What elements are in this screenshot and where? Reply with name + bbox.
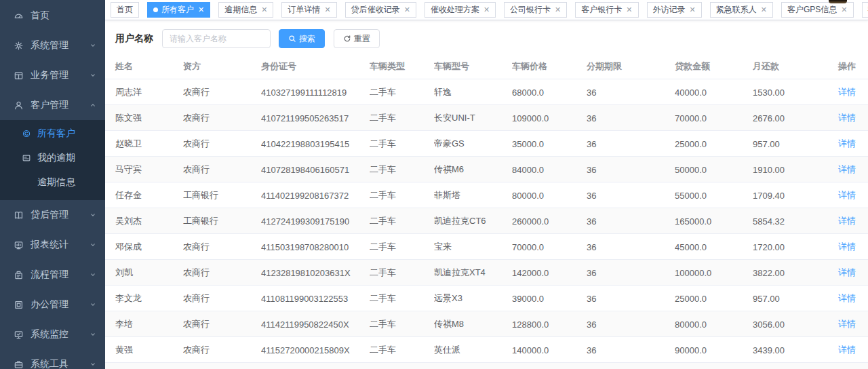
- tab[interactable]: 外访记录 ✕: [647, 2, 702, 18]
- detail-link[interactable]: 详情: [838, 164, 856, 174]
- tab[interactable]: 贷后催收记录 ✕: [345, 2, 416, 18]
- search-field-label: 用户名称: [115, 33, 153, 45]
- detail-link[interactable]: 详情: [838, 216, 856, 226]
- sidebar-item-report-stats[interactable]: 报表统计: [0, 230, 105, 260]
- cell-id-card: 410325199709223094: [261, 363, 370, 369]
- sidebar-item-label: 所有客户: [37, 128, 75, 140]
- detail-link[interactable]: 详情: [838, 267, 856, 277]
- sidebar-item-system-tools[interactable]: 系统工具: [0, 349, 105, 369]
- sidebar-item-office-mgmt[interactable]: 办公管理: [0, 290, 105, 319]
- tab-close-icon[interactable]: ✕: [690, 6, 696, 14]
- chevron-down-icon: [89, 241, 97, 249]
- tab-close-icon[interactable]: ✕: [841, 6, 847, 14]
- sidebar-item-system-mgmt[interactable]: 系统管理: [0, 31, 105, 60]
- table-row: 黄强 农商行 41152720000215809X 二手车 英仕派 140000…: [105, 337, 868, 363]
- sidebar-item-system-monitor[interactable]: 系统监控: [0, 319, 105, 349]
- tab-label: 公司银行卡: [510, 4, 551, 16]
- tab[interactable]: 客户GPS信息 ✕: [781, 2, 854, 18]
- col-header-id-card: 身份证号: [261, 55, 370, 79]
- cell-funder: 农商行: [183, 131, 261, 157]
- sidebar-item-home[interactable]: 首页: [0, 1, 105, 31]
- tab[interactable]: 逾期信息 ✕: [218, 2, 273, 18]
- cell-term: 36: [587, 311, 675, 337]
- sidebar-item-postloan-mgmt[interactable]: 贷后管理: [0, 200, 105, 230]
- user-icon: [14, 100, 24, 111]
- dashboard-icon: [14, 11, 24, 21]
- tab[interactable]: 首页 ✕: [111, 2, 139, 18]
- monitor-icon: [14, 330, 24, 340]
- search-button[interactable]: 搜索: [279, 29, 325, 48]
- detail-link[interactable]: 详情: [838, 345, 856, 355]
- tab-close-icon[interactable]: ✕: [484, 6, 490, 14]
- tab-close-icon[interactable]: ✕: [761, 6, 767, 14]
- cell-funder: 农商行: [183, 79, 261, 105]
- sidebar-item-label: 贷后管理: [31, 209, 89, 221]
- tab[interactable]: 紧急联系人 ✕: [710, 2, 773, 18]
- tab[interactable]: 我的待办 ✕: [862, 2, 868, 18]
- cell-monthly: 1910.00: [753, 363, 834, 369]
- cell-name: 周志洋: [105, 79, 183, 105]
- sidebar-item-business-mgmt[interactable]: 业务管理: [0, 60, 105, 90]
- sidebar: 首页 系统管理 业务管理 客户管理 所有客户 我的逾期: [0, 0, 105, 369]
- tab[interactable]: 客户银行卡 ✕: [575, 2, 638, 18]
- cell-loan: 90000.0: [675, 337, 753, 363]
- tab[interactable]: 公司银行卡 ✕: [504, 2, 567, 18]
- cell-id-card: 41142119950822450X: [261, 311, 370, 337]
- cell-loan: 50000.0: [675, 363, 753, 369]
- tab-label: 贷后催收记录: [351, 4, 400, 16]
- table-row: 刘凯 农商行 41232819810203631X 二手车 凯迪拉克XT4 14…: [105, 260, 868, 286]
- detail-link[interactable]: 详情: [838, 113, 856, 123]
- tab-label: 客户银行卡: [581, 4, 622, 16]
- sidebar-item-overdue-info[interactable]: 逾期信息: [0, 170, 105, 195]
- reset-button[interactable]: 重置: [334, 29, 380, 48]
- detail-link[interactable]: 详情: [838, 87, 856, 97]
- tab[interactable]: 订单详情 ✕: [281, 2, 336, 18]
- cell-model: 凯迪拉克XT4: [434, 260, 512, 286]
- tab-close-icon[interactable]: ✕: [555, 6, 561, 14]
- detail-link[interactable]: 详情: [838, 138, 856, 149]
- cell-price: 84000.0: [512, 157, 587, 182]
- customer-name-input[interactable]: [162, 29, 271, 48]
- table-row: 李文龙 农商行 411081199003122553 二手车 远景X3 3900…: [105, 286, 868, 311]
- avatar[interactable]: [829, 0, 847, 3]
- cell-vehicle-type: 二手车: [370, 208, 434, 234]
- cell-name: 邓保成: [105, 234, 183, 260]
- chevron-up-icon: [89, 101, 97, 109]
- cell-monthly: 1720.00: [753, 234, 834, 260]
- reset-button-label: 重置: [354, 33, 370, 45]
- sidebar-item-all-customers[interactable]: 所有客户: [0, 121, 105, 146]
- tab[interactable]: 催收处理方案 ✕: [425, 2, 496, 18]
- sidebar-item-label: 流程管理: [31, 269, 89, 281]
- sidebar-item-my-overdue[interactable]: 我的逾期: [0, 146, 105, 170]
- search-button-label: 搜索: [299, 33, 315, 45]
- detail-link[interactable]: 详情: [838, 190, 856, 200]
- office-icon: [14, 300, 24, 310]
- tab-close-icon[interactable]: ✕: [626, 6, 632, 14]
- cell-model: 菲斯塔: [434, 182, 512, 208]
- col-header-vehicle-type: 车辆类型: [370, 55, 434, 79]
- sidebar-item-process-mgmt[interactable]: 流程管理: [0, 260, 105, 290]
- table-header: 姓名 资方 身份证号 车辆类型 车辆型号 车辆价格 分期期限 贷款金额 月还款 …: [105, 55, 868, 79]
- cell-name: 李培: [105, 311, 183, 337]
- table-row: 邓保成 农商行 411503198708280010 二手车 宝来 70000.…: [105, 234, 868, 260]
- cell-vehicle-type: 二手车: [370, 234, 434, 260]
- detail-link[interactable]: 详情: [838, 241, 856, 252]
- table-row: 陈文强 农商行 410721199505263517 二手车 长安UNI-T 1…: [105, 105, 868, 131]
- book-icon: [14, 210, 24, 220]
- tab-close-icon[interactable]: ✕: [404, 6, 410, 14]
- cell-term: 36: [587, 79, 675, 105]
- sidebar-item-customer-mgmt[interactable]: 客户管理: [0, 90, 105, 120]
- tab[interactable]: 所有客户 ✕: [147, 2, 210, 18]
- cell-vehicle-type: 二手车: [370, 337, 434, 363]
- table-row: 吴刘杰 工商银行 412724199309175190 二手车 凯迪拉克CT6 …: [105, 208, 868, 234]
- tab-close-icon[interactable]: ✕: [261, 6, 267, 14]
- tab-active-dot: [153, 7, 158, 12]
- sidebar-item-label: 系统管理: [31, 39, 89, 52]
- cell-funder: 农商行: [183, 157, 261, 182]
- detail-link[interactable]: 详情: [838, 319, 856, 329]
- tab-close-icon[interactable]: ✕: [198, 6, 204, 14]
- detail-link[interactable]: 详情: [838, 293, 856, 303]
- tab-close-icon[interactable]: ✕: [324, 6, 330, 14]
- cell-funder: 农商行: [183, 363, 261, 369]
- cell-id-card: 41232819810203631X: [261, 260, 370, 286]
